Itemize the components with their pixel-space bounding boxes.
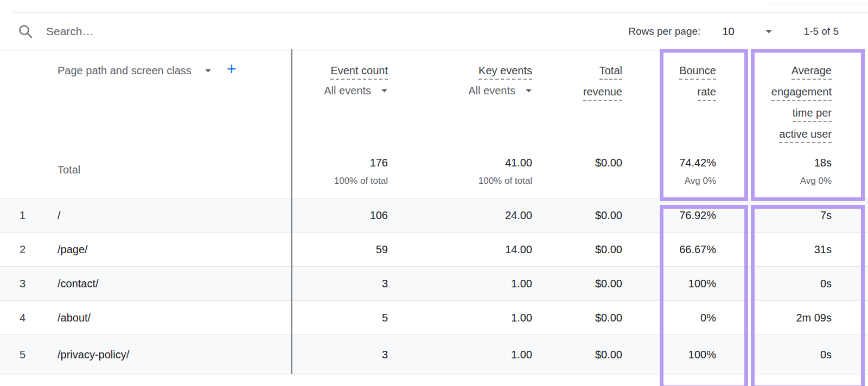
event-count-filter-dropdown[interactable]: All events: [291, 85, 388, 97]
search-box[interactable]: [18, 24, 275, 39]
row-index: 2: [0, 243, 38, 256]
total-revenue-value: $0.00: [545, 278, 635, 290]
column-header-event-count[interactable]: Event count All events: [291, 50, 401, 148]
table-row[interactable]: 1 / 106 24.00 $0.00 76.92% 7s: [0, 198, 868, 232]
engagement-time-value: 0s: [729, 278, 844, 290]
table-row[interactable]: 5 /privacy-policy/ 3 1.00 $0.00 100% 0s: [0, 334, 868, 375]
column-header-key-events[interactable]: Key events All events: [401, 50, 545, 148]
analytics-table-panel: Rows per page: 10 1-5 of 5 Page path and…: [0, 0, 868, 386]
table-row[interactable]: 4 /about/ 5 1.00 $0.00 0% 2m 09s: [0, 300, 868, 334]
page-path-value: /contact/: [38, 278, 285, 290]
page-path-value: /page/: [38, 243, 285, 256]
chevron-down-icon: [205, 69, 212, 73]
pagination-controls: Rows per page: 10 1-5 of 5: [628, 25, 868, 38]
key-events-value: 1.00: [401, 349, 545, 361]
page-path-value: /: [38, 209, 285, 222]
row-index: 3: [0, 278, 38, 290]
bounce-rate-value: 66.67%: [635, 243, 729, 256]
table-row[interactable]: 3 /contact/ 3 1.00 $0.00 100% 0s: [0, 266, 868, 300]
event-count-value: 3: [291, 278, 401, 290]
total-engagement-time: 18s Avg 0%: [729, 146, 844, 198]
row-index: 1: [0, 209, 38, 222]
column-header-label[interactable]: Bounce: [679, 63, 716, 80]
pagination-status: 1-5 of 5: [804, 25, 839, 37]
table-body: 1 / 106 24.00 $0.00 76.92% 7s 2 /page/ 5…: [0, 198, 868, 375]
engagement-time-value: 2m 09s: [729, 312, 844, 324]
total-key-events: 41.00 100% of total: [401, 146, 545, 198]
column-header-label[interactable]: Average: [792, 63, 832, 80]
rows-per-page-label: Rows per page:: [628, 25, 700, 37]
total-label: Total: [38, 146, 285, 198]
total-revenue-value: $0.00: [545, 243, 635, 256]
dimension-header-cell: Page path and screen class +: [38, 50, 285, 148]
column-divider: [291, 49, 292, 374]
column-header-label[interactable]: active user: [779, 127, 832, 143]
rows-per-page-dropdown[interactable]: [765, 29, 773, 34]
bounce-rate-value: 100%: [635, 349, 729, 361]
column-header-bounce-rate[interactable]: Bounce rate: [635, 50, 729, 148]
total-bounce-rate: 74.42% Avg 0%: [635, 146, 729, 198]
column-header-label[interactable]: Key events: [478, 63, 532, 80]
column-header-label[interactable]: Total: [599, 63, 622, 80]
key-events-value: 1.00: [401, 312, 545, 324]
dimension-header-label[interactable]: Page path and screen class: [58, 63, 192, 78]
chevron-down-icon: [525, 89, 532, 93]
engagement-time-value: 0s: [729, 349, 844, 361]
search-icon: [18, 24, 33, 39]
bounce-rate-value: 100%: [635, 278, 729, 290]
total-revenue-value: $0.00: [545, 349, 635, 361]
top-right-divider: [763, 4, 868, 4]
rows-per-page-value[interactable]: 10: [722, 25, 734, 38]
event-count-value: 5: [291, 312, 401, 324]
chevron-down-icon: [765, 29, 773, 34]
key-events-value: 14.00: [401, 243, 545, 256]
column-header-label[interactable]: time per: [793, 106, 832, 122]
total-revenue: $0.00: [545, 146, 635, 198]
column-header-label[interactable]: revenue: [583, 85, 622, 101]
page-path-value: /privacy-policy/: [38, 349, 285, 361]
table-toolbar: Rows per page: 10 1-5 of 5: [0, 13, 868, 50]
event-count-value: 106: [291, 209, 401, 222]
plus-icon[interactable]: +: [227, 63, 237, 76]
bounce-rate-value: 76.92%: [635, 209, 729, 222]
engagement-time-value: 7s: [729, 209, 844, 222]
search-input[interactable]: [45, 24, 275, 38]
engagement-time-value: 31s: [729, 243, 844, 256]
column-header-avg-engagement-time[interactable]: Average engagement time per active user: [729, 50, 844, 148]
total-revenue-value: $0.00: [545, 209, 635, 222]
dimension-dropdown[interactable]: [205, 69, 212, 73]
row-index: 4: [0, 312, 38, 324]
column-header-label[interactable]: rate: [698, 85, 716, 101]
row-index: 5: [0, 349, 38, 361]
key-events-filter-dropdown[interactable]: All events: [401, 85, 532, 97]
column-header-label[interactable]: Event count: [330, 63, 388, 80]
total-row: Total 176 100% of total 41.00 100% of to…: [0, 146, 868, 198]
bounce-rate-value: 0%: [635, 312, 729, 324]
key-events-value: 1.00: [401, 278, 545, 290]
chevron-down-icon: [381, 89, 388, 93]
key-events-value: 24.00: [401, 209, 545, 222]
column-header-total-revenue[interactable]: Total revenue: [545, 50, 635, 148]
column-header-label[interactable]: engagement: [771, 85, 832, 101]
table-header-row: Page path and screen class + Event count…: [0, 50, 868, 146]
table-row[interactable]: 2 /page/ 59 14.00 $0.00 66.67% 31s: [0, 232, 868, 266]
page-path-value: /about/: [38, 312, 285, 324]
event-count-value: 59: [291, 243, 401, 256]
total-revenue-value: $0.00: [545, 312, 635, 324]
total-event-count: 176 100% of total: [291, 146, 401, 198]
event-count-value: 3: [291, 349, 401, 361]
